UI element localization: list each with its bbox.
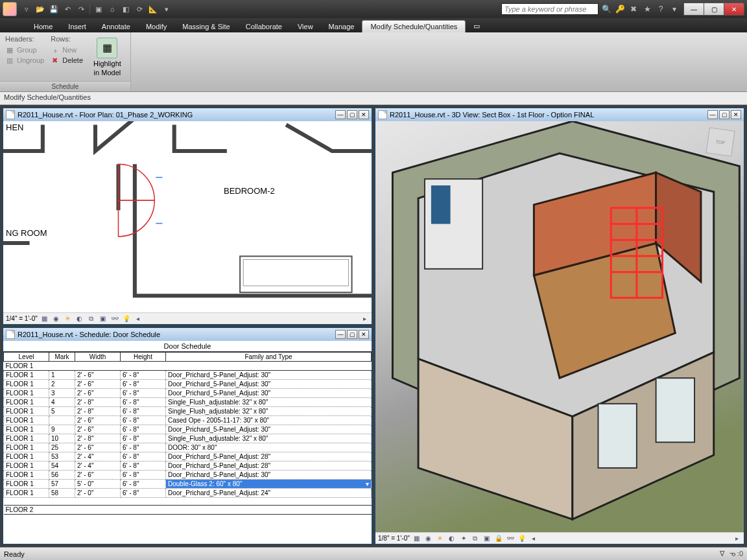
tab-modify-schedule-quantities[interactable]: Modify Schedule/Quantities	[362, 20, 466, 32]
pane-minimize-button[interactable]: —	[335, 110, 346, 119]
schedule-group-row[interactable]: FLOOR 1	[4, 362, 372, 371]
hide-icon[interactable]: 👓	[506, 534, 515, 543]
floorplan-canvas[interactable]: BEDROOM-2 HEN NG ROOM	[3, 121, 372, 312]
qat-redo-icon[interactable]: ↷	[75, 3, 87, 15]
visual-style-icon[interactable]: ◉	[52, 314, 61, 323]
pane-close-button[interactable]: ✕	[359, 110, 369, 119]
shadows-icon[interactable]: ◐	[447, 534, 456, 543]
schedule-col-header[interactable]: Family and Type	[166, 353, 372, 362]
reveal-icon[interactable]: 💡	[517, 534, 527, 543]
detail-level-icon[interactable]: ▦	[40, 314, 49, 323]
minimize-button[interactable]: —	[683, 3, 704, 16]
filter-icon[interactable]: ∇	[720, 550, 724, 558]
table-row[interactable]: FLOOR 1582' - 0"6' - 8"Door_Prichard_5-P…	[4, 489, 372, 498]
tab-annotate[interactable]: Annotate	[94, 21, 138, 32]
table-row[interactable]: FLOOR 1252' - 6"6' - 8"DOOR: 30" x 80"	[4, 443, 372, 452]
binoculars-icon[interactable]: 🔍	[600, 3, 612, 15]
tab-massing-site[interactable]: Massing & Site	[174, 21, 237, 32]
schedule-table[interactable]: LevelMarkWidthHeightFamily and Type FLOO…	[3, 352, 372, 515]
table-row[interactable]: FLOOR 132' - 6"6' - 8"Door_Prichard_5-Pa…	[4, 389, 372, 398]
view3d-canvas[interactable]: TOP	[375, 121, 744, 532]
help-dropdown-icon[interactable]: ▾	[669, 3, 680, 15]
favorite-icon[interactable]: ★	[641, 3, 653, 15]
qat-open-icon[interactable]: 📂	[34, 3, 46, 15]
floorplan-titlebar[interactable]: R2011_House.rvt - Floor Plan: 01_Phase 2…	[3, 108, 372, 121]
group-headers-button[interactable]: ▦Group	[5, 45, 45, 54]
detail-level-icon[interactable]: ▦	[412, 534, 421, 543]
view3d-scale[interactable]: 1/8" = 1'-0"	[378, 535, 410, 542]
schedule-col-header[interactable]: Width	[75, 353, 121, 362]
table-row[interactable]: FLOOR 1542' - 4"6' - 8"Door_Prichard_5-P…	[4, 461, 372, 471]
reveal-icon[interactable]: 💡	[122, 314, 131, 323]
hide-icon[interactable]: 👓	[110, 314, 119, 323]
pane-maximize-button[interactable]: ▢	[347, 330, 357, 339]
app-menu-button[interactable]	[3, 2, 17, 16]
schedule-group-row[interactable]: FLOOR 2	[4, 506, 372, 515]
qat-3d-icon[interactable]: ⌂	[106, 3, 118, 15]
schedule-body[interactable]: Door Schedule LevelMarkWidthHeightFamily…	[3, 341, 372, 544]
delete-row-button[interactable]: ✖Delete	[51, 56, 84, 65]
table-row[interactable]: FLOOR 12' - 6"6' - 8"Cased Ope - 2005-11…	[4, 416, 372, 425]
tab-collaborate[interactable]: Collaborate	[238, 21, 290, 32]
schedule-col-header[interactable]: Mark	[49, 353, 75, 362]
tab-modify[interactable]: Modify	[138, 21, 174, 32]
rendering-icon[interactable]: ✦	[459, 534, 468, 543]
qat-select-icon[interactable]: ▣	[93, 3, 104, 15]
table-row[interactable]: FLOOR 152' - 8"6' - 8"Single_Flush_adjus…	[4, 407, 372, 416]
tab-addins[interactable]: ▭	[466, 20, 488, 32]
close-button[interactable]: ✕	[724, 3, 744, 16]
sun-path-icon[interactable]: ☀	[436, 534, 445, 543]
table-row[interactable]: FLOOR 142' - 8"6' - 8"Single_Flush_adjus…	[4, 398, 372, 407]
pane-maximize-button[interactable]: ▢	[347, 110, 357, 119]
key-icon[interactable]: 🔑	[614, 3, 626, 15]
sun-path-icon[interactable]: ☀	[64, 314, 73, 323]
table-row[interactable]: FLOOR 112' - 6"6' - 8"Door_Prichard_5-Pa…	[4, 371, 372, 380]
highlight-in-model-button[interactable]: ▦ Highlight in Model	[89, 35, 125, 78]
crop-region-icon[interactable]: ▣	[99, 314, 108, 323]
tab-manage[interactable]: Manage	[321, 21, 362, 32]
new-row-button[interactable]: ＋New	[51, 45, 84, 54]
search-input[interactable]	[501, 3, 599, 15]
scroll-right-icon[interactable]: ▸	[732, 534, 741, 543]
table-row[interactable]: FLOOR 1532' - 4"6' - 8"Door_Prichard_5-P…	[4, 452, 372, 461]
schedule-col-header[interactable]: Level	[4, 353, 49, 362]
qat-dropdown-icon[interactable]: ▾	[161, 3, 172, 15]
view3d-titlebar[interactable]: R2011_House.rvt - 3D View: Sect Box - 1s…	[375, 108, 744, 121]
maximize-button[interactable]: ▢	[704, 3, 724, 16]
qat-measure-icon[interactable]: 📐	[147, 3, 159, 15]
tab-view[interactable]: View	[290, 21, 321, 32]
pane-maximize-button[interactable]: ▢	[719, 110, 729, 119]
schedule-col-header[interactable]: Height	[121, 353, 166, 362]
scroll-right-icon[interactable]: ▸	[360, 314, 369, 323]
visual-style-icon[interactable]: ◉	[424, 534, 433, 543]
pane-minimize-button[interactable]: —	[707, 110, 718, 119]
qat-save-icon[interactable]: 💾	[48, 3, 60, 15]
tab-insert[interactable]: Insert	[60, 21, 94, 32]
ungroup-headers-button[interactable]: ▥Ungroup	[5, 56, 45, 65]
schedule-titlebar[interactable]: R2011_House.rvt - Schedule: Door Schedul…	[3, 328, 372, 341]
table-row[interactable]: FLOOR 1102' - 8"6' - 8"Single_Flush_adju…	[4, 434, 372, 443]
help-icon[interactable]: ?	[655, 3, 667, 15]
lock-icon[interactable]: 🔒	[494, 534, 503, 543]
pane-close-button[interactable]: ✕	[731, 110, 741, 119]
crop-icon[interactable]: ⧉	[471, 534, 480, 543]
exchange-icon[interactable]: ✖	[628, 3, 639, 15]
pane-close-button[interactable]: ✕	[359, 330, 369, 339]
pane-minimize-button[interactable]: —	[335, 330, 346, 339]
qat-sync-icon[interactable]: ⟳	[134, 3, 145, 15]
qat-undo-icon[interactable]: ↶	[62, 3, 73, 15]
scroll-left-icon[interactable]: ◂	[134, 314, 143, 323]
qat-section-icon[interactable]: ◧	[120, 3, 132, 15]
floorplan-scale[interactable]: 1/4" = 1'-0"	[6, 315, 38, 322]
table-row[interactable]: FLOOR 1575' - 0"6' - 8"Double-Glass 2: 6…	[4, 480, 372, 489]
crop-region-icon[interactable]: ▣	[482, 534, 492, 543]
scroll-left-icon[interactable]: ◂	[529, 534, 538, 543]
viewcube[interactable]: TOP	[706, 127, 735, 156]
table-row[interactable]: FLOOR 122' - 6"6' - 8"Door_Prichard_5-Pa…	[4, 380, 372, 389]
table-row[interactable]: FLOOR 192' - 6"6' - 8"Door_Prichard_5-Pa…	[4, 425, 372, 434]
tab-home[interactable]: Home	[26, 21, 60, 32]
crop-icon[interactable]: ⧉	[87, 314, 96, 323]
table-row[interactable]: FLOOR 1562' - 6"6' - 8"Door_Prichard_5-P…	[4, 471, 372, 480]
shadows-icon[interactable]: ◐	[75, 314, 84, 323]
qat-new-icon[interactable]: ▿	[21, 3, 32, 15]
